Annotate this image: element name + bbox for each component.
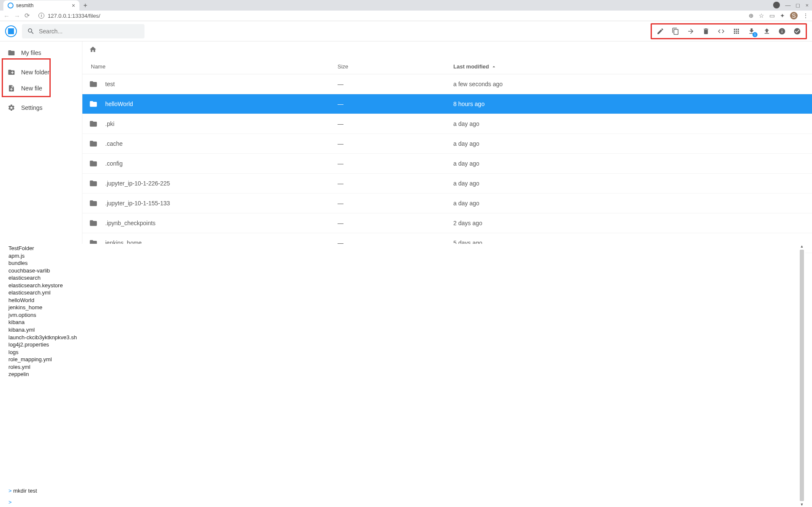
file-name: .config — [105, 160, 123, 167]
terminal-line: helloWorld — [8, 297, 797, 304]
tab-favicon — [8, 3, 14, 8]
scroll-thumb[interactable] — [800, 250, 804, 501]
select-all-button[interactable] — [793, 27, 801, 35]
reload-icon[interactable]: ⟳ — [25, 12, 30, 19]
search-box[interactable] — [22, 24, 144, 38]
info-button[interactable] — [778, 27, 786, 35]
table-row[interactable]: .jupyter_ip-10-1-155-133 — a day ago — [82, 194, 812, 213]
terminal-line: logs — [8, 349, 797, 356]
terminal-line: elasticsearch — [8, 274, 797, 282]
terminal-line: jvm.options — [8, 311, 797, 319]
column-name[interactable]: Name — [89, 63, 338, 70]
scroll-down-icon[interactable]: ▼ — [800, 502, 804, 507]
terminal-line: log4j2.properties — [8, 341, 797, 349]
close-window-icon[interactable]: × — [805, 2, 809, 8]
terminal-scrollbar[interactable]: ▲ ▼ — [799, 244, 804, 507]
app-logo[interactable] — [5, 25, 17, 37]
terminal[interactable]: TestFolderapm.jsbundlescouchbase-varlibe… — [0, 244, 805, 507]
sidebar-item-new-file[interactable]: New file — [0, 80, 82, 96]
folder-icon — [89, 139, 98, 148]
folder-icon — [89, 179, 98, 188]
table-row[interactable]: .cache — a day ago — [82, 134, 812, 154]
terminal-line: couchbase-varlib — [8, 267, 797, 275]
profile-indicator-icon[interactable] — [773, 2, 780, 8]
table-row[interactable]: .ipynb_checkpoints — 2 days ago — [82, 213, 812, 233]
file-modified: a day ago — [453, 160, 805, 167]
home-icon[interactable] — [89, 46, 97, 53]
terminal-command-line: > mkdir test — [8, 487, 797, 495]
folder-icon — [8, 49, 15, 57]
folder-icon — [89, 120, 98, 128]
browser-chrome: sesmith × + — ◻ × ← → ⟳ i 127.0.0.1:1333… — [0, 0, 812, 21]
upload-button[interactable] — [763, 27, 771, 35]
file-modified: 8 hours ago — [453, 101, 805, 107]
file-size: — — [338, 101, 453, 107]
share-button[interactable] — [717, 27, 725, 35]
browser-tab[interactable]: sesmith × — [3, 0, 79, 11]
folder-icon — [89, 159, 98, 168]
url-box[interactable]: i 127.0.0.1:13334/files/ — [34, 13, 744, 19]
terminal-line: roles.yml — [8, 363, 797, 371]
folder-icon — [89, 100, 98, 108]
install-app-icon[interactable]: ⊕ — [749, 12, 754, 19]
site-info-icon[interactable]: i — [38, 13, 44, 19]
reading-list-icon[interactable]: ▭ — [769, 12, 775, 19]
file-name: .pki — [105, 120, 114, 127]
minimize-icon[interactable]: — — [785, 2, 790, 8]
sidebar-item-new-folder[interactable]: New folder — [0, 64, 82, 80]
table-row[interactable]: .pki — a day ago — [82, 114, 812, 134]
table-header: Name Size Last modified — [82, 59, 812, 74]
folder-icon — [89, 219, 98, 227]
table-row[interactable]: .config — a day ago — [82, 154, 812, 174]
file-size: — — [338, 81, 453, 87]
table-row[interactable]: test — a few seconds ago — [82, 74, 812, 94]
search-input[interactable] — [39, 28, 139, 35]
sidebar-item-label: New folder — [21, 69, 49, 76]
file-size: — — [338, 220, 453, 226]
sidebar-item-label: Settings — [21, 104, 43, 111]
new-folder-icon — [8, 68, 15, 76]
address-bar: ← → ⟳ i 127.0.0.1:13334/files/ ⊕ ☆ ▭ ✦ S… — [0, 11, 812, 21]
file-name: .jupyter_ip-10-1-226-225 — [105, 180, 170, 187]
sidebar-item-settings[interactable]: Settings — [0, 100, 82, 116]
table-row[interactable]: .jupyter_ip-10-1-226-225 — a day ago — [82, 174, 812, 194]
file-modified: 2 days ago — [453, 220, 805, 226]
table-row[interactable]: helloWorld — 8 hours ago — [82, 94, 812, 114]
terminal-line: elasticsearch.keystore — [8, 282, 797, 289]
close-tab-icon[interactable]: × — [72, 2, 75, 9]
file-name: .jupyter_ip-10-1-155-133 — [105, 200, 170, 207]
extensions-icon[interactable]: ✦ — [780, 12, 785, 19]
download-button[interactable]: 1 — [747, 27, 756, 35]
maximize-icon[interactable]: ◻ — [796, 2, 800, 8]
column-modified-label: Last modified — [453, 63, 489, 70]
tab-title: sesmith — [16, 3, 33, 8]
file-size: — — [338, 180, 453, 187]
sidebar-item-label: My files — [21, 49, 41, 56]
sidebar-item-my-files[interactable]: My files — [0, 45, 82, 61]
terminal-output: TestFolderapm.jsbundlescouchbase-varlibe… — [8, 245, 797, 487]
file-size: — — [338, 140, 453, 147]
terminal-command: mkdir test — [13, 488, 37, 494]
browser-menu-icon[interactable]: ⋮ — [803, 12, 809, 19]
toolbar: 1 — [651, 23, 807, 39]
scroll-up-icon[interactable]: ▲ — [800, 244, 804, 249]
rename-button[interactable] — [656, 27, 665, 35]
new-tab-button[interactable]: + — [79, 0, 91, 11]
forward-icon[interactable]: → — [14, 12, 20, 19]
url-text: 127.0.0.1:13334/files/ — [48, 13, 100, 19]
terminal-line: jenkins_home — [8, 304, 797, 311]
avatar[interactable]: S — [790, 12, 798, 19]
bookmark-icon[interactable]: ☆ — [759, 12, 764, 19]
copy-button[interactable] — [671, 27, 680, 35]
file-name: .cache — [105, 140, 123, 147]
back-icon[interactable]: ← — [3, 12, 10, 19]
terminal-prompt[interactable]: > — [8, 499, 797, 506]
grid-view-button[interactable] — [732, 27, 741, 35]
column-size[interactable]: Size — [338, 63, 453, 70]
move-button[interactable] — [687, 27, 695, 35]
delete-button[interactable] — [702, 27, 710, 35]
terminal-line: role_mapping.yml — [8, 356, 797, 363]
column-modified[interactable]: Last modified — [453, 63, 805, 70]
window-controls: — ◻ × — [773, 2, 809, 8]
file-modified: a day ago — [453, 180, 805, 187]
